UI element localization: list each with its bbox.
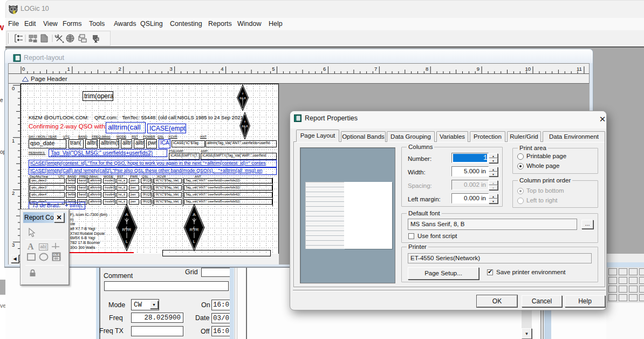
svg-text:1: 1 bbox=[12, 138, 15, 144]
svg-text:R: R bbox=[239, 97, 242, 100]
svg-text:L: L bbox=[193, 239, 196, 244]
svg-text:0: 0 bbox=[12, 85, 15, 91]
svg-text:2: 2 bbox=[119, 66, 121, 72]
svg-text:0: 0 bbox=[22, 66, 25, 72]
svg-text:OLE: OLE bbox=[53, 253, 59, 256]
svg-text:5: 5 bbox=[272, 66, 275, 72]
svg-text:A: A bbox=[125, 212, 128, 217]
svg-text:1: 1 bbox=[67, 66, 70, 72]
svg-text:R: R bbox=[128, 227, 132, 232]
svg-text:11: 11 bbox=[577, 66, 582, 72]
svg-text:R: R bbox=[244, 97, 246, 100]
svg-text:R: R bbox=[196, 227, 199, 232]
svg-text:8: 8 bbox=[426, 66, 428, 72]
svg-text:7: 7 bbox=[374, 66, 377, 72]
svg-text:3: 3 bbox=[12, 242, 15, 248]
svg-text:2: 2 bbox=[12, 190, 15, 196]
svg-text:9: 9 bbox=[477, 66, 479, 72]
svg-text:A: A bbox=[193, 212, 196, 217]
svg-text:4: 4 bbox=[221, 66, 223, 72]
svg-text:R: R bbox=[190, 227, 193, 232]
svg-text:R: R bbox=[242, 125, 244, 128]
svg-text:R: R bbox=[246, 125, 248, 128]
svg-text:10: 10 bbox=[525, 66, 531, 72]
svg-text:3: 3 bbox=[169, 66, 172, 72]
svg-text:6: 6 bbox=[323, 66, 326, 72]
svg-text:L: L bbox=[126, 239, 128, 244]
svg-text:R: R bbox=[122, 227, 126, 232]
